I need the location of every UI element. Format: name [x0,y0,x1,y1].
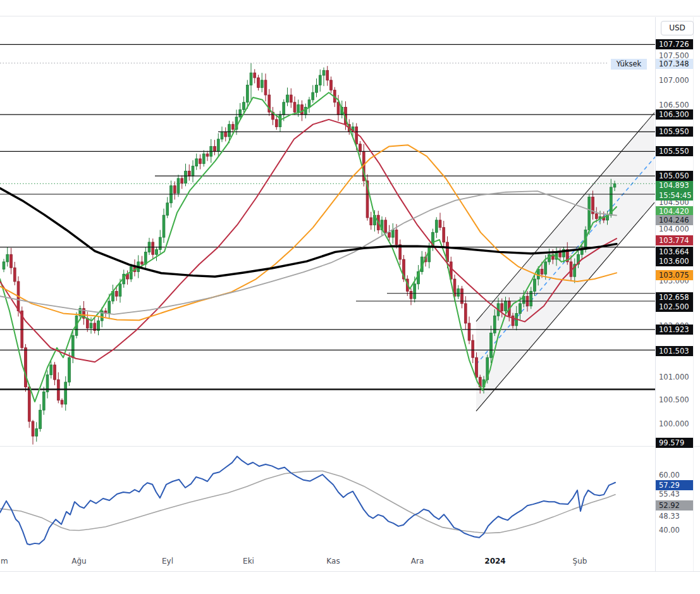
price-badge: 52.92 [656,500,693,510]
price-badge: 101.923 [656,325,693,335]
price-tick: 107.000 [656,76,693,85]
price-badge: 107.348 [656,59,693,69]
currency-toggle-button[interactable]: USD [661,21,694,35]
current-price-value: 104.893 [659,181,693,191]
price-badge: 103.075 [656,270,693,280]
price-badge: 105.050 [656,171,693,181]
time-label: Kas [326,557,340,566]
price-tick: 101.000 [656,373,693,382]
price-badge: 103.664 [656,247,693,257]
price-tick: 60.00 [656,471,693,480]
price-tick: 48.33 [656,512,693,521]
price-badge: 104.246 [656,215,693,225]
time-label: Şub [573,557,587,566]
chart-root: 107.500107.000106.500104.500104.000103.0… [0,0,700,594]
price-tick: 104.000 [656,225,693,234]
price-badge: 102.500 [656,302,693,312]
price-badge: 102.658 [656,292,693,302]
price-tick: 106.500 [656,101,693,110]
rsi-pane-lines [0,456,615,545]
price-level-lines[interactable] [0,44,655,389]
price-badge: 105.550 [656,146,693,156]
chart-canvas[interactable] [0,0,700,594]
top-border [0,16,700,16]
bottom-border [0,571,700,572]
price-badge: 57.29 [656,480,693,490]
price-badge: 103.774 [656,235,693,245]
time-label: m [1,557,8,566]
current-price-badge: 104.89315:54:45 [656,181,693,201]
rsi-line [0,456,615,545]
time-label: Ağu [71,557,86,566]
price-tick: 100.000 [656,419,693,429]
time-axis[interactable]: mAğuEylEkiKasAra2024Şub [0,552,700,571]
price-badge: 103.600 [656,256,693,266]
price-axis[interactable]: 107.500107.000106.500104.500104.000103.0… [656,0,694,594]
time-label: Ara [411,557,424,566]
price-badge: 99.579 [656,438,693,448]
price-badge: 105.950 [656,127,693,137]
price-tick: 55.43 [656,490,693,499]
price-tick: 40.00 [656,526,693,535]
trend-channel-fill [476,113,654,411]
time-label: Eki [243,557,254,566]
price-badge: 107.726 [656,39,693,49]
time-label: 2024 [484,557,505,566]
current-price-time: 15:54:45 [659,191,693,201]
price-tick: 100.500 [656,395,693,405]
time-label: Eyl [162,557,173,566]
price-badge: 101.503 [656,346,693,356]
price-badge: 106.300 [656,109,693,120]
pane-divider[interactable] [0,446,700,447]
high-price-label: Yüksek [611,59,647,70]
